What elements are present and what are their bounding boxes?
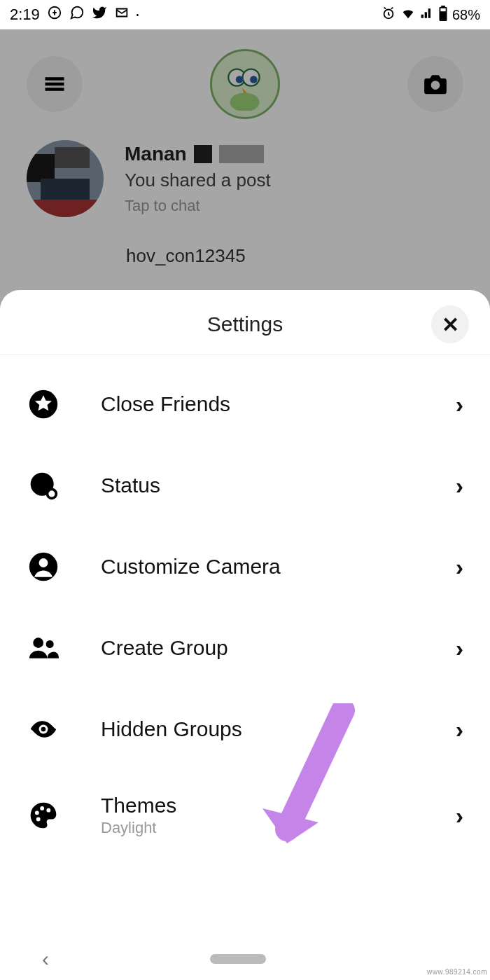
- svg-point-20: [35, 810, 39, 815]
- group-icon: [27, 631, 60, 665]
- chevron-right-icon: ›: [456, 472, 463, 499]
- mail-icon: [114, 5, 130, 25]
- nav-back-button[interactable]: ‹: [42, 947, 49, 971]
- settings-item-close-friends[interactable]: Close Friends ›: [0, 364, 490, 445]
- chevron-right-icon: ›: [456, 635, 463, 662]
- battery-icon: [438, 6, 448, 25]
- eye-icon: [27, 712, 60, 746]
- settings-item-hidden-groups[interactable]: Hidden Groups ›: [0, 689, 490, 770]
- settings-sublabel: Daylight: [101, 819, 456, 837]
- signal-icon: [420, 6, 434, 24]
- nav-home-pill[interactable]: [210, 954, 266, 964]
- settings-label: Close Friends: [101, 392, 456, 416]
- dot-icon: •: [136, 11, 139, 19]
- svg-point-19: [41, 727, 46, 732]
- twitter-icon: [92, 5, 107, 25]
- settings-label: Customize Camera: [101, 555, 456, 579]
- watermark: www.989214.com: [427, 968, 487, 976]
- chevron-right-icon: ›: [456, 802, 463, 829]
- status-bar: 2:19 •: [0, 0, 490, 29]
- settings-label: Create Group: [101, 636, 456, 660]
- star-circle-icon: [27, 387, 60, 421]
- settings-label: Hidden Groups: [101, 717, 456, 741]
- sheet-header: Settings ✕: [0, 290, 490, 355]
- battery-percent: 68%: [452, 7, 480, 23]
- svg-point-17: [46, 640, 54, 648]
- svg-rect-4: [441, 12, 445, 20]
- chevron-right-icon: ›: [456, 716, 463, 743]
- settings-label: Status: [101, 474, 456, 497]
- status-icon: [27, 469, 60, 502]
- settings-item-themes[interactable]: Themes Daylight ›: [0, 770, 490, 861]
- svg-point-16: [33, 637, 43, 648]
- svg-point-23: [36, 817, 41, 822]
- settings-list: Close Friends › Status › Customize Camer…: [0, 355, 490, 980]
- alarm-icon: [381, 6, 396, 25]
- notif-circle-icon: [47, 5, 62, 25]
- close-button[interactable]: ✕: [431, 305, 469, 343]
- whatsapp-icon: [69, 5, 85, 25]
- svg-point-15: [39, 558, 48, 567]
- svg-point-21: [40, 806, 44, 810]
- person-circle-icon: [27, 550, 60, 584]
- sheet-title: Settings: [0, 312, 490, 336]
- chevron-right-icon: ›: [456, 391, 463, 418]
- settings-sheet: Settings ✕ Close Friends › St: [0, 290, 490, 980]
- close-icon: ✕: [442, 312, 459, 337]
- nav-bar: ‹: [0, 938, 490, 980]
- chevron-right-icon: ›: [456, 553, 463, 581]
- wifi-icon: [400, 6, 416, 25]
- settings-label: Themes: [101, 794, 456, 817]
- svg-point-13: [48, 490, 57, 499]
- settings-item-customize-camera[interactable]: Customize Camera ›: [0, 526, 490, 607]
- status-time: 2:19: [10, 6, 40, 24]
- settings-item-status[interactable]: Status ›: [0, 445, 490, 526]
- svg-point-22: [46, 808, 50, 813]
- svg-rect-3: [442, 6, 444, 7]
- palette-icon: [27, 799, 60, 832]
- settings-item-create-group[interactable]: Create Group ›: [0, 607, 490, 689]
